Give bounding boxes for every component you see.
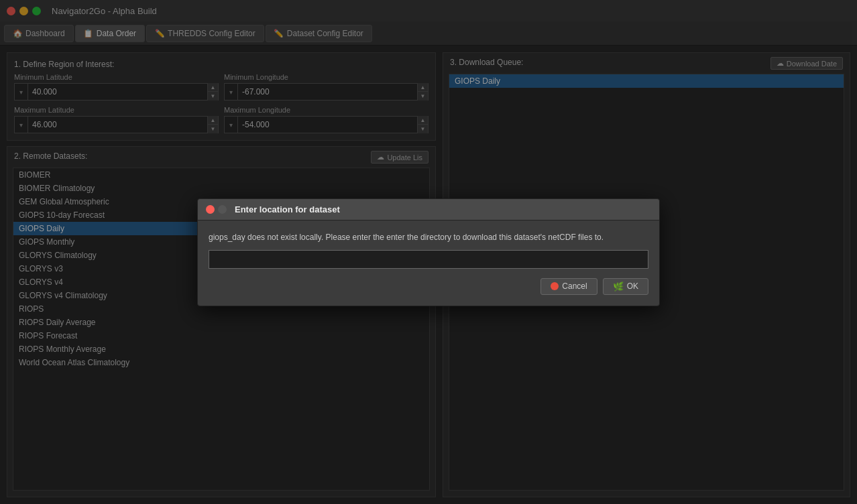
- ok-label: OK: [627, 281, 638, 291]
- modal-ok-button[interactable]: 🌿 OK: [603, 278, 648, 295]
- modal-body: giops_day does not exist locally. Please…: [198, 220, 659, 306]
- modal-path-input[interactable]: [209, 250, 648, 269]
- modal-close-button[interactable]: [206, 205, 215, 214]
- modal-minimize-button[interactable]: [218, 205, 227, 214]
- modal-window-controls[interactable]: [206, 205, 227, 214]
- modal-title: Enter location for dataset: [235, 204, 340, 214]
- cancel-icon: [551, 282, 559, 290]
- modal-cancel-button[interactable]: Cancel: [540, 278, 597, 295]
- modal-message: giops_day does not exist locally. Please…: [209, 231, 648, 243]
- modal-overlay: Enter location for dataset giops_day doe…: [0, 0, 857, 504]
- ok-icon: 🌿: [613, 281, 624, 292]
- cancel-label: Cancel: [562, 281, 587, 291]
- modal-dialog: Enter location for dataset giops_day doe…: [197, 198, 660, 306]
- modal-actions: Cancel 🌿 OK: [209, 278, 648, 295]
- modal-title-bar: Enter location for dataset: [198, 199, 659, 220]
